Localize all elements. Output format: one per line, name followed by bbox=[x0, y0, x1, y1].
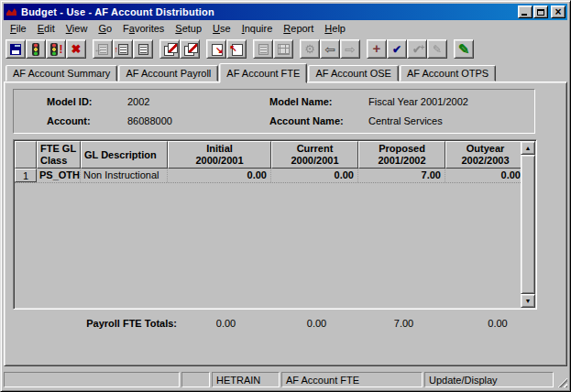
update-display-button[interactable] bbox=[387, 39, 407, 59]
cell-current[interactable]: 0.00 bbox=[271, 169, 358, 182]
menu-item-label: vorites bbox=[135, 23, 164, 34]
tab-af-account-payroll[interactable]: AF Account Payroll bbox=[118, 65, 218, 82]
next-page-icon bbox=[210, 43, 224, 56]
back-button[interactable] bbox=[320, 39, 340, 59]
menu-item-label: E bbox=[38, 23, 44, 34]
row-number-header bbox=[15, 141, 37, 169]
menu-item-label: dit bbox=[44, 23, 55, 34]
header-line: Current bbox=[272, 143, 357, 155]
highlighter-icon bbox=[457, 43, 471, 56]
prev-page-button[interactable] bbox=[226, 39, 247, 59]
model-id-value: 2002 bbox=[127, 96, 269, 107]
back-arrow-icon bbox=[324, 43, 337, 56]
menu-file[interactable]: File bbox=[5, 21, 32, 36]
header-line: 2002/2003 bbox=[446, 155, 521, 167]
prev-in-list-button bbox=[93, 39, 113, 59]
tab-af-account-otps[interactable]: AF Account OTPS bbox=[400, 65, 496, 82]
minimize-button[interactable] bbox=[518, 5, 533, 18]
menu-report[interactable]: Report bbox=[278, 21, 319, 36]
cell-proposed[interactable]: 7.00 bbox=[358, 169, 445, 182]
process-gear-icon bbox=[303, 43, 317, 56]
model-id-label: Model ID: bbox=[47, 96, 127, 107]
toolbar-separator bbox=[293, 49, 300, 49]
toolbar-separator bbox=[200, 49, 206, 49]
next-in-list-button[interactable] bbox=[113, 39, 133, 59]
highlighter-button[interactable] bbox=[454, 39, 474, 59]
prev-in-list-icon bbox=[96, 43, 110, 56]
menu-item-label: iew bbox=[72, 23, 88, 34]
traffic-light-icon bbox=[29, 43, 43, 56]
menu-edit[interactable]: Edit bbox=[32, 21, 60, 36]
scroll-up-button[interactable]: ▲ bbox=[521, 141, 535, 155]
tab-af-account-summary[interactable]: AF Account Summary bbox=[5, 65, 117, 82]
menu-go[interactable]: Go bbox=[93, 21, 117, 36]
next-in-list-icon bbox=[116, 43, 130, 56]
grid-header-row: FTE GL Class GL Description Initial 2000… bbox=[15, 141, 521, 169]
save-button[interactable] bbox=[5, 39, 26, 59]
toolbar-separator bbox=[247, 49, 253, 49]
menu-item-label: o bbox=[106, 23, 112, 34]
menu-setup[interactable]: Setup bbox=[170, 21, 207, 36]
update-all-icon bbox=[411, 43, 424, 56]
detail-button bbox=[273, 39, 293, 59]
account-name-value: Central Services bbox=[368, 115, 534, 126]
cancel-button[interactable] bbox=[66, 39, 86, 59]
resize-grip[interactable] bbox=[555, 376, 567, 387]
menu-item-label: S bbox=[175, 23, 181, 34]
list-icon bbox=[137, 43, 150, 56]
next-page-button[interactable] bbox=[206, 39, 226, 59]
menu-item-label: se bbox=[220, 23, 231, 34]
scroll-down-icon: ▼ bbox=[525, 298, 532, 304]
status-panel-name: AF Account FTE bbox=[281, 372, 423, 387]
list-button[interactable] bbox=[133, 39, 153, 59]
menu-help[interactable]: Help bbox=[319, 21, 351, 36]
maximize-button[interactable] bbox=[533, 5, 548, 18]
vertical-scrollbar[interactable]: ▲ ▼ bbox=[521, 141, 535, 308]
menu-item-label: F bbox=[123, 23, 129, 34]
scroll-down-button[interactable]: ▼ bbox=[521, 294, 535, 308]
copy-button[interactable] bbox=[159, 39, 180, 59]
update-display-icon bbox=[390, 43, 404, 56]
status-message-panel bbox=[4, 372, 180, 387]
toolbar-separator bbox=[86, 49, 93, 49]
menu-favorites[interactable]: Favorites bbox=[117, 21, 170, 36]
header-line: 2001/2002 bbox=[359, 155, 445, 167]
column-header-gl-description: GL Description bbox=[81, 141, 168, 169]
menu-inquire[interactable]: Inquire bbox=[236, 21, 279, 36]
menu-use[interactable]: Use bbox=[207, 21, 236, 36]
cell-outyear[interactable]: 0.00 bbox=[445, 169, 521, 182]
cell-fte-gl-class[interactable]: PS_OTH bbox=[37, 169, 81, 182]
copy-all-button[interactable] bbox=[180, 39, 200, 59]
fte-grid: FTE GL Class GL Description Initial 2000… bbox=[13, 139, 537, 310]
close-button[interactable]: × bbox=[551, 5, 566, 18]
cell-initial[interactable]: 0.00 bbox=[168, 169, 271, 182]
copy-icon bbox=[163, 43, 177, 56]
table-row[interactable]: 1 PS_OTH Non Instructional 0.00 0.00 7.0… bbox=[15, 169, 521, 183]
toolbar-separator bbox=[360, 49, 367, 49]
run-button[interactable] bbox=[26, 39, 46, 59]
cell-gl-description[interactable]: Non Instructional bbox=[81, 169, 168, 182]
tab-af-account-ose[interactable]: AF Account OSE bbox=[308, 65, 399, 82]
worklist-button bbox=[253, 39, 273, 59]
save-icon bbox=[9, 43, 23, 56]
title-bar[interactable]: Budget - Use - AF Account Distribution × bbox=[4, 4, 567, 20]
status-blank-panel bbox=[181, 372, 210, 387]
row-number-cell[interactable]: 1 bbox=[15, 169, 37, 182]
tab-af-account-fte[interactable]: AF Account FTE bbox=[219, 63, 307, 83]
worklist-icon bbox=[257, 43, 270, 56]
forward-button bbox=[340, 39, 360, 59]
add-button[interactable] bbox=[367, 39, 387, 59]
scrollbar-track[interactable] bbox=[521, 155, 535, 294]
menu-view[interactable]: View bbox=[60, 21, 93, 36]
total-proposed: 7.00 bbox=[360, 318, 447, 329]
tab-strip: AF Account Summary AF Account Payroll AF… bbox=[4, 61, 567, 82]
minimize-icon bbox=[522, 14, 527, 16]
column-header-fte-gl-class: FTE GL Class bbox=[37, 141, 81, 169]
menu-item-label: elp bbox=[332, 23, 346, 34]
run-alert-button[interactable] bbox=[46, 39, 66, 59]
total-current: 0.00 bbox=[273, 318, 360, 329]
scrollbar-thumb[interactable] bbox=[521, 155, 535, 294]
menu-item-label: U bbox=[213, 23, 220, 34]
header-line: 2000/2001 bbox=[272, 155, 357, 167]
copy-all-icon bbox=[183, 43, 197, 56]
